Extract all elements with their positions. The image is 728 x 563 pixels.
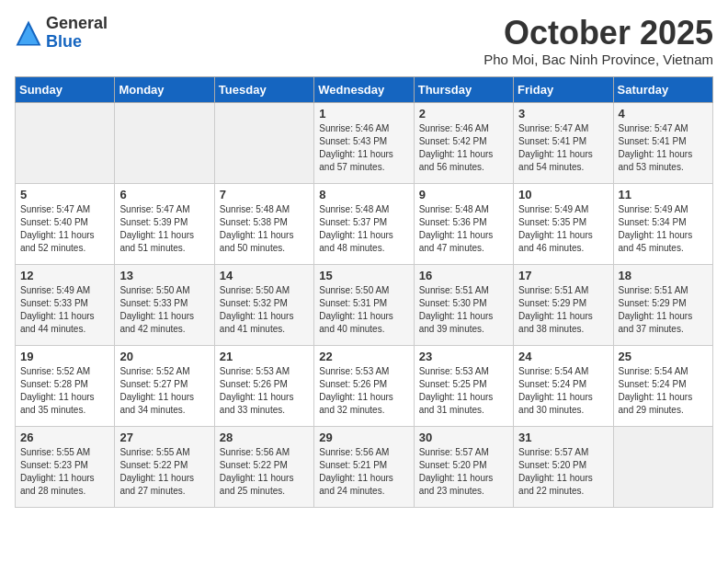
day-info: Sunrise: 5:51 AM Sunset: 5:29 PM Dayligh… [619, 284, 708, 336]
calendar-cell: 26Sunrise: 5:55 AM Sunset: 5:23 PM Dayli… [16, 426, 115, 507]
calendar-cell [16, 102, 115, 183]
day-number: 21 [220, 350, 309, 363]
calendar-cell: 20Sunrise: 5:52 AM Sunset: 5:27 PM Dayli… [115, 345, 214, 426]
column-header-monday: Monday [115, 76, 214, 102]
day-info: Sunrise: 5:48 AM Sunset: 5:37 PM Dayligh… [319, 203, 408, 255]
day-number: 15 [319, 269, 408, 282]
day-info: Sunrise: 5:55 AM Sunset: 5:22 PM Dayligh… [119, 446, 209, 498]
calendar-cell: 23Sunrise: 5:53 AM Sunset: 5:25 PM Dayli… [414, 345, 513, 426]
day-number: 31 [518, 431, 608, 444]
day-info: Sunrise: 5:57 AM Sunset: 5:20 PM Dayligh… [518, 446, 608, 498]
calendar-cell: 18Sunrise: 5:51 AM Sunset: 5:29 PM Dayli… [613, 264, 712, 345]
calendar-cell: 22Sunrise: 5:53 AM Sunset: 5:26 PM Dayli… [314, 345, 414, 426]
calendar-cell: 16Sunrise: 5:51 AM Sunset: 5:30 PM Dayli… [414, 264, 513, 345]
column-header-wednesday: Wednesday [314, 76, 414, 102]
day-number: 2 [419, 107, 508, 121]
calendar-cell: 9Sunrise: 5:48 AM Sunset: 5:36 PM Daylig… [414, 183, 513, 264]
day-info: Sunrise: 5:48 AM Sunset: 5:38 PM Dayligh… [220, 203, 309, 255]
day-info: Sunrise: 5:49 AM Sunset: 5:34 PM Dayligh… [619, 203, 708, 255]
day-number: 27 [119, 431, 209, 444]
day-number: 20 [119, 350, 209, 363]
calendar-cell: 6Sunrise: 5:47 AM Sunset: 5:39 PM Daylig… [115, 183, 214, 264]
day-info: Sunrise: 5:51 AM Sunset: 5:29 PM Dayligh… [518, 284, 608, 336]
week-row-4: 19Sunrise: 5:52 AM Sunset: 5:28 PM Dayli… [16, 345, 713, 426]
day-info: Sunrise: 5:54 AM Sunset: 5:24 PM Dayligh… [518, 365, 608, 417]
calendar-cell: 13Sunrise: 5:50 AM Sunset: 5:33 PM Dayli… [115, 264, 214, 345]
day-info: Sunrise: 5:50 AM Sunset: 5:32 PM Dayligh… [220, 284, 309, 336]
calendar-cell: 14Sunrise: 5:50 AM Sunset: 5:32 PM Dayli… [214, 264, 313, 345]
calendar-cell: 5Sunrise: 5:47 AM Sunset: 5:40 PM Daylig… [16, 183, 115, 264]
day-info: Sunrise: 5:49 AM Sunset: 5:35 PM Dayligh… [518, 203, 608, 255]
day-info: Sunrise: 5:55 AM Sunset: 5:23 PM Dayligh… [20, 446, 109, 498]
month-title: October 2025 [483, 15, 713, 52]
day-info: Sunrise: 5:53 AM Sunset: 5:25 PM Dayligh… [419, 365, 508, 417]
day-info: Sunrise: 5:53 AM Sunset: 5:26 PM Dayligh… [220, 365, 309, 417]
day-number: 30 [419, 431, 508, 444]
week-row-3: 12Sunrise: 5:49 AM Sunset: 5:33 PM Dayli… [16, 264, 713, 345]
day-info: Sunrise: 5:56 AM Sunset: 5:21 PM Dayligh… [319, 446, 408, 498]
calendar-cell: 8Sunrise: 5:48 AM Sunset: 5:37 PM Daylig… [314, 183, 414, 264]
calendar-cell: 3Sunrise: 5:47 AM Sunset: 5:41 PM Daylig… [514, 102, 613, 183]
day-number: 26 [20, 431, 109, 444]
calendar-cell: 24Sunrise: 5:54 AM Sunset: 5:24 PM Dayli… [514, 345, 613, 426]
week-row-1: 1Sunrise: 5:46 AM Sunset: 5:43 PM Daylig… [16, 102, 713, 183]
day-number: 13 [119, 269, 209, 282]
day-number: 22 [319, 350, 408, 363]
column-header-tuesday: Tuesday [214, 76, 313, 102]
logo-general: General [46, 15, 108, 33]
day-number: 17 [518, 269, 608, 282]
day-info: Sunrise: 5:47 AM Sunset: 5:41 PM Dayligh… [518, 122, 608, 174]
day-info: Sunrise: 5:53 AM Sunset: 5:26 PM Dayligh… [319, 365, 408, 417]
calendar-cell: 15Sunrise: 5:50 AM Sunset: 5:31 PM Dayli… [314, 264, 414, 345]
day-number: 10 [518, 188, 608, 201]
calendar-cell: 30Sunrise: 5:57 AM Sunset: 5:20 PM Dayli… [414, 426, 513, 507]
week-row-5: 26Sunrise: 5:55 AM Sunset: 5:23 PM Dayli… [16, 426, 713, 507]
day-number: 9 [419, 188, 508, 201]
calendar-cell: 27Sunrise: 5:55 AM Sunset: 5:22 PM Dayli… [115, 426, 214, 507]
calendar-cell: 31Sunrise: 5:57 AM Sunset: 5:20 PM Dayli… [514, 426, 613, 507]
header-row: SundayMondayTuesdayWednesdayThursdayFrid… [16, 76, 713, 102]
logo-text: General Blue [46, 15, 108, 52]
day-number: 24 [518, 350, 608, 363]
day-number: 7 [220, 188, 309, 201]
calendar-cell: 12Sunrise: 5:49 AM Sunset: 5:33 PM Dayli… [16, 264, 115, 345]
calendar-cell: 11Sunrise: 5:49 AM Sunset: 5:34 PM Dayli… [613, 183, 712, 264]
day-number: 14 [220, 269, 309, 282]
day-info: Sunrise: 5:49 AM Sunset: 5:33 PM Dayligh… [20, 284, 109, 336]
day-number: 12 [20, 269, 109, 282]
column-header-thursday: Thursday [414, 76, 513, 102]
day-number: 29 [319, 431, 408, 444]
day-info: Sunrise: 5:47 AM Sunset: 5:40 PM Dayligh… [20, 203, 109, 255]
logo: General Blue [15, 15, 108, 52]
page-header: General Blue October 2025 Pho Moi, Bac N… [15, 15, 713, 67]
day-number: 18 [619, 269, 708, 282]
calendar-cell: 25Sunrise: 5:54 AM Sunset: 5:24 PM Dayli… [613, 345, 712, 426]
calendar-cell: 2Sunrise: 5:46 AM Sunset: 5:42 PM Daylig… [414, 102, 513, 183]
calendar-cell [214, 102, 313, 183]
column-header-sunday: Sunday [16, 76, 115, 102]
day-info: Sunrise: 5:50 AM Sunset: 5:31 PM Dayligh… [319, 284, 408, 336]
day-number: 11 [619, 188, 708, 201]
day-info: Sunrise: 5:57 AM Sunset: 5:20 PM Dayligh… [419, 446, 508, 498]
column-header-friday: Friday [514, 76, 613, 102]
day-info: Sunrise: 5:54 AM Sunset: 5:24 PM Dayligh… [619, 365, 708, 417]
day-number: 23 [419, 350, 508, 363]
day-info: Sunrise: 5:56 AM Sunset: 5:22 PM Dayligh… [220, 446, 309, 498]
calendar-cell: 29Sunrise: 5:56 AM Sunset: 5:21 PM Dayli… [314, 426, 414, 507]
day-info: Sunrise: 5:47 AM Sunset: 5:39 PM Dayligh… [119, 203, 209, 255]
day-info: Sunrise: 5:50 AM Sunset: 5:33 PM Dayligh… [119, 284, 209, 336]
day-number: 28 [220, 431, 309, 444]
day-info: Sunrise: 5:47 AM Sunset: 5:41 PM Dayligh… [619, 122, 708, 174]
day-info: Sunrise: 5:46 AM Sunset: 5:42 PM Dayligh… [419, 122, 508, 174]
calendar-cell: 17Sunrise: 5:51 AM Sunset: 5:29 PM Dayli… [514, 264, 613, 345]
title-block: October 2025 Pho Moi, Bac Ninh Province,… [483, 15, 713, 67]
day-number: 25 [619, 350, 708, 363]
calendar-cell: 28Sunrise: 5:56 AM Sunset: 5:22 PM Dayli… [214, 426, 313, 507]
day-info: Sunrise: 5:52 AM Sunset: 5:28 PM Dayligh… [20, 365, 109, 417]
calendar-cell [613, 426, 712, 507]
calendar-cell: 1Sunrise: 5:46 AM Sunset: 5:43 PM Daylig… [314, 102, 414, 183]
location: Pho Moi, Bac Ninh Province, Vietnam [483, 52, 713, 67]
week-row-2: 5Sunrise: 5:47 AM Sunset: 5:40 PM Daylig… [16, 183, 713, 264]
day-number: 8 [319, 188, 408, 201]
day-number: 3 [518, 107, 608, 121]
